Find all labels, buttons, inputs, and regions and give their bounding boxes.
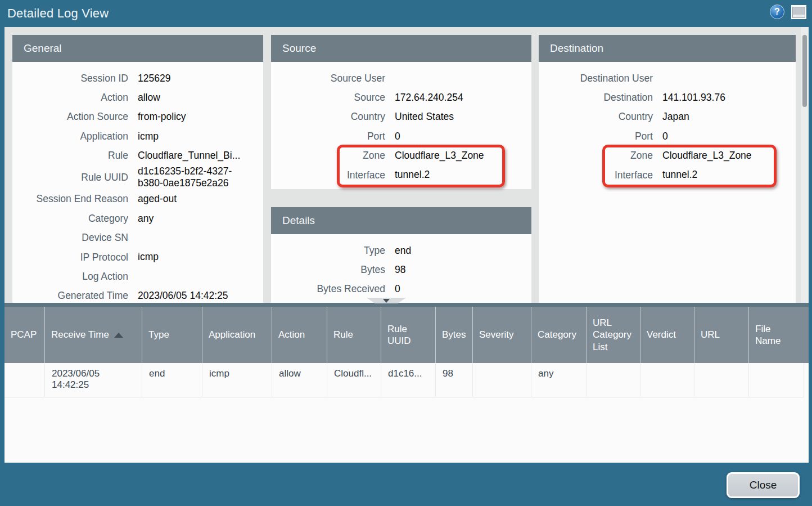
field-value: Japan bbox=[662, 111, 796, 123]
cell-rule: Cloudfl... bbox=[327, 363, 381, 397]
field-label: Bytes bbox=[271, 264, 385, 276]
cell-rule-uuid: d1c16... bbox=[381, 363, 436, 397]
field-row-device-sn: Device SN bbox=[12, 228, 263, 247]
field-value: 98 bbox=[395, 264, 531, 276]
column-header-url-category-list[interactable]: URL Category List bbox=[587, 307, 640, 363]
column-header-file-name[interactable]: File Name bbox=[749, 307, 804, 363]
dialog-body: General Session ID125629 Actionallow Act… bbox=[4, 27, 809, 463]
cell-receive-time: 2023/06/05 14:42:25 bbox=[45, 363, 142, 397]
field-row-interface: Interfacetunnel.2 bbox=[271, 165, 531, 185]
field-value: aged-out bbox=[138, 193, 246, 205]
field-value: 172.64.240.254 bbox=[395, 92, 531, 104]
cell-application: icmp bbox=[202, 363, 272, 397]
field-label: Destination User bbox=[539, 73, 653, 84]
panel-table-splitter bbox=[4, 303, 809, 307]
field-label: Destination bbox=[539, 92, 653, 104]
field-label: Device SN bbox=[12, 232, 128, 244]
column-header-category[interactable]: Category bbox=[531, 307, 587, 363]
cell-action: allow bbox=[272, 363, 327, 397]
field-value: 0 bbox=[395, 283, 531, 295]
field-value: 0 bbox=[395, 131, 531, 142]
field-value: 125629 bbox=[138, 73, 246, 84]
field-label: Source User bbox=[271, 73, 385, 84]
field-value: Cloudflare_L3_Zone bbox=[662, 150, 796, 162]
field-row-destination: Destination141.101.93.76 bbox=[539, 88, 796, 107]
field-value: Cloudflare_L3_Zone bbox=[395, 150, 531, 162]
field-row-rule: RuleCloudflare_Tunnel_Bi... bbox=[12, 146, 263, 165]
cell-category: any bbox=[531, 363, 587, 397]
sort-ascending-icon bbox=[114, 333, 123, 338]
field-label: Generated Time bbox=[12, 290, 128, 302]
field-label: Type bbox=[271, 245, 385, 257]
help-icon[interactable]: ? bbox=[770, 5, 784, 19]
field-value: end bbox=[395, 245, 531, 257]
general-panel-header: General bbox=[12, 35, 263, 62]
field-row-ip-protocol: IP Protocolicmp bbox=[12, 248, 263, 267]
close-button[interactable]: Close bbox=[727, 472, 800, 498]
field-row-port: Port0 bbox=[539, 127, 796, 146]
cell-type: end bbox=[142, 363, 202, 397]
destination-panel-rows: Destination User Destination141.101.93.7… bbox=[539, 62, 796, 185]
source-panel: Source Source User Source172.64.240.254 … bbox=[271, 35, 531, 189]
field-row-session-id: Session ID125629 bbox=[12, 69, 263, 88]
field-row-bytes: Bytes98 bbox=[271, 260, 531, 279]
field-label: Port bbox=[271, 131, 385, 142]
field-label: Category bbox=[12, 213, 128, 225]
column-header-severity[interactable]: Severity bbox=[473, 307, 531, 363]
field-row-rule-uuid: Rule UUIDd1c16235-b2f2-4327-b380-0ae1875… bbox=[12, 165, 263, 190]
log-table: PCAP Receive Time Type Application Actio… bbox=[4, 307, 809, 463]
field-row-bytes-received: Bytes Received0 bbox=[271, 280, 531, 299]
field-label: Interface bbox=[539, 169, 653, 181]
field-label: Interface bbox=[271, 169, 385, 181]
column-header-pcap[interactable]: PCAP bbox=[4, 307, 45, 363]
collapse-handle[interactable] bbox=[367, 298, 406, 303]
column-header-type[interactable]: Type bbox=[142, 307, 202, 363]
field-row-type: Typeend bbox=[271, 241, 531, 260]
vertical-scrollbar[interactable] bbox=[801, 27, 809, 303]
log-table-header: PCAP Receive Time Type Application Actio… bbox=[4, 307, 809, 363]
column-header-application[interactable]: Application bbox=[202, 307, 272, 363]
general-panel: General Session ID125629 Actionallow Act… bbox=[12, 35, 263, 303]
field-value: United States bbox=[395, 111, 531, 123]
field-row-application: Applicationicmp bbox=[12, 127, 263, 146]
field-label: Port bbox=[539, 131, 653, 142]
field-label: Log Action bbox=[12, 271, 128, 283]
field-value: allow bbox=[138, 92, 246, 104]
column-header-bytes[interactable]: Bytes bbox=[436, 307, 473, 363]
destination-panel: Destination Destination User Destination… bbox=[539, 35, 796, 303]
column-header-rule[interactable]: Rule bbox=[327, 307, 381, 363]
field-value: 0 bbox=[662, 131, 796, 142]
column-header-action[interactable]: Action bbox=[272, 307, 327, 363]
scrollbar-thumb[interactable] bbox=[802, 35, 807, 107]
field-row-action-source: Action Sourcefrom-policy bbox=[12, 108, 263, 127]
column-header-url[interactable]: URL bbox=[694, 307, 749, 363]
details-panel-rows: Typeend Bytes98 Bytes Received0 bbox=[271, 234, 531, 299]
general-panel-rows: Session ID125629 Actionallow Action Sour… bbox=[12, 62, 263, 303]
cell-bytes: 98 bbox=[436, 363, 473, 397]
field-row-zone: ZoneCloudflare_L3_Zone bbox=[271, 146, 531, 165]
field-value: icmp bbox=[138, 131, 246, 142]
field-label: Zone bbox=[271, 150, 385, 162]
field-row-destination-user: Destination User bbox=[539, 69, 796, 88]
field-label: Bytes Received bbox=[271, 283, 385, 295]
column-header-rule-uuid[interactable]: Rule UUID bbox=[381, 307, 436, 363]
field-row-action: Actionallow bbox=[12, 88, 263, 107]
field-label: Session ID bbox=[12, 73, 128, 84]
cell-pcap bbox=[4, 363, 45, 397]
field-label: Session End Reason bbox=[12, 193, 128, 205]
field-value: 2023/06/05 14:42:25 bbox=[138, 290, 246, 302]
field-label: Action bbox=[12, 92, 128, 104]
table-row[interactable]: 2023/06/05 14:42:25 end icmp allow Cloud… bbox=[4, 363, 809, 397]
column-header-receive-time[interactable]: Receive Time bbox=[45, 307, 142, 363]
field-label: Application bbox=[12, 131, 128, 142]
field-row-log-action: Log Action bbox=[12, 267, 263, 286]
field-row-session-end-reason: Session End Reasonaged-out bbox=[12, 190, 263, 209]
field-value: 141.101.93.76 bbox=[662, 92, 796, 104]
cell-severity bbox=[473, 363, 531, 397]
window-restore-glyph bbox=[793, 7, 805, 17]
source-panel-header: Source bbox=[271, 35, 531, 62]
column-header-verdict[interactable]: Verdict bbox=[640, 307, 694, 363]
field-value: any bbox=[138, 213, 246, 225]
field-value: tunnel.2 bbox=[662, 169, 796, 181]
window-restore-icon[interactable] bbox=[791, 5, 806, 19]
